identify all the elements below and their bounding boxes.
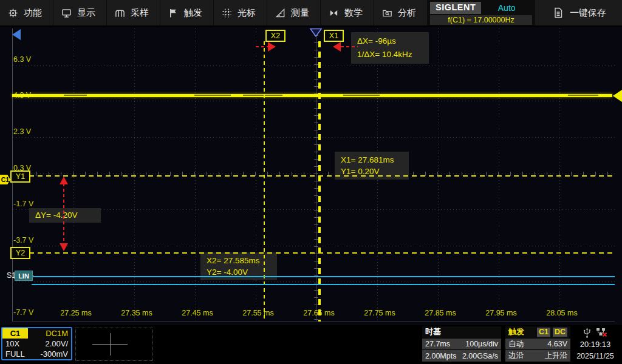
trigger-descriptor[interactable]: 触发 C1 DC 自动 4.63V 边沿 上升沿 [505,326,570,362]
save-label: 一键保存 [570,7,606,19]
timebase-scale: 100µs/div [465,340,498,348]
lin-protocol-badge[interactable]: LIN [15,271,33,281]
x-axis-label: 27.75 ms [358,309,401,317]
menu-item-label: 测量 [291,7,309,19]
trigger-mode: 自动 [508,339,524,349]
bandwidth-limit: FULL [5,349,25,359]
c1-offset-marker[interactable]: C1 [0,175,10,184]
x-axis-label: 27.95 ms [480,309,522,317]
x-axis-label: 28.05 ms [541,309,583,317]
x2-arrow-line [256,46,268,47]
acquisition-status: Auto [481,3,532,13]
add-channel-slot[interactable] [75,328,153,361]
trigger-level: 4.63V [547,340,567,348]
usb-icon [583,328,591,338]
brand-block: SIGLENT Auto f(C1) = 17.00000Hz [428,0,535,25]
x2-arrow-head [268,42,276,52]
plus-icon [110,333,111,356]
volts-per-div: 2.00V/ [45,339,68,348]
x1-cursor-label[interactable]: X1 [324,30,344,42]
channel-name-chip: C1 [2,328,28,339]
y2-cursor-line[interactable] [29,252,615,254]
y-axis-label: -7.7 V [13,308,33,317]
timebase-title: 时基 [425,326,441,337]
display-icon [61,8,72,18]
trigger-position-marker[interactable] [309,28,323,38]
y-axis-label: -1.7 V [13,200,33,208]
channel-descriptor-c1[interactable]: C1 DC1M 10X 2.00V/ FULL -300mV [1,327,72,360]
x-axis-label: 27.55 ms [237,309,279,317]
menu-item-function[interactable]: 功能 [0,0,53,25]
menu-item-math[interactable]: 数学 [321,0,374,25]
x-axis-label: 27.25 ms [55,309,97,317]
system-time: 20:19:13 [571,339,620,351]
menu-bar: 功能 显示 采样 触发 光标 测量 数学 分析 SIGLENT Auto f(C… [0,0,622,27]
channel-offset: -300mV [40,349,68,359]
y1-cursor-label[interactable]: Y1 [10,170,30,183]
menu-item-acquire[interactable]: 采样 [107,0,160,25]
x1-arrow-line [341,46,358,47]
menu-item-label: 触发 [184,7,202,19]
siglent-logo: SIGLENT [430,2,481,14]
x2-cursor-label[interactable]: X2 [265,30,285,42]
measure-icon [275,8,285,18]
trigger-flag-icon [168,8,179,18]
gear-icon [8,8,18,18]
trigger-title: 触发 [508,326,524,337]
menu-item-label: 分析 [398,7,416,19]
timebase-descriptor[interactable]: 时基 27.7ms 100µs/div 2.00Mpts 2.00GSa/s [422,326,501,362]
delta-x-readout: ΔX= -96µs 1/ΔX= 10.4kHz [351,32,429,64]
trigger-slope: 上升沿 [545,351,568,361]
menu-item-label: 显示 [77,7,95,19]
x1-arrow-head [333,42,341,52]
y-axis-label: 2.3 V [13,127,31,136]
x-axis-label: 27.45 ms [176,309,219,317]
x2-cursor-line[interactable] [264,41,265,322]
system-date: 2025/11/25 [571,351,620,362]
y-axis-label: -3.7 V [13,236,33,244]
clock-area: 20:19:13 2025/11/25 [571,326,620,362]
delta-y-arrow-down-head [60,243,68,251]
trigger-level-marker[interactable] [613,90,622,102]
memory-depth: 2.00Mpts [425,352,456,360]
probe-attenuation: 10X [5,339,19,348]
analysis-icon [382,8,392,18]
c1-waveform-trace [12,94,612,97]
menu-item-label: 数学 [344,7,363,19]
trigger-coupling-chip: DC [553,328,567,337]
lin-decode-rail-upper [32,276,615,277]
delta-y-arrow-line [63,183,64,244]
x-axis-label: 27.35 ms [115,309,158,317]
menu-item-analysis[interactable]: 分析 [374,0,428,25]
menu-item-cursors[interactable]: 光标 [214,0,267,25]
x-axis-label: 27.85 ms [419,309,462,317]
network-disconnected-icon [596,328,607,337]
menu-item-display[interactable]: 显示 [53,0,107,25]
offscreen-reference-marker [12,29,21,40]
trigger-type: 边沿 [508,351,524,361]
menu-item-measure[interactable]: 测量 [267,0,321,25]
menu-item-trigger[interactable]: 触发 [160,0,214,25]
sampling-icon [115,8,125,18]
frequency-counter: f(C1) = 17.00000Hz [430,15,532,25]
x1-cursor-line[interactable] [318,41,321,322]
lin-decode-rail-lower [32,284,615,285]
y1-cursor-line[interactable] [29,175,615,177]
one-key-save-button[interactable]: 一键保存 [535,0,622,25]
status-bar: C1 DC1M 10X 2.00V/ FULL -300mV 时基 27.7ms… [0,325,622,364]
menu-item-label: 功能 [24,7,42,19]
y2-cursor-label[interactable]: Y2 [10,247,30,259]
timebase-delay: 27.7ms [425,340,450,348]
document-icon [553,7,563,18]
math-icon [329,8,339,18]
waveform-display: 6.3 V 4.3 V 2.3 V 0.3 V -1.7 V -3.7 V -5… [0,27,622,325]
trigger-source-chip: C1 [537,328,550,337]
menu-item-label: 光标 [238,7,256,19]
channel-coupling: DC1M [46,329,68,338]
y-axis-label: 6.3 V [13,55,31,64]
cursor-grid-icon [222,8,232,18]
menu-item-label: 采样 [131,7,149,19]
delta-y-readout: ΔY= -4.20V [29,208,101,223]
sample-rate: 2.00GSa/s [462,352,498,360]
